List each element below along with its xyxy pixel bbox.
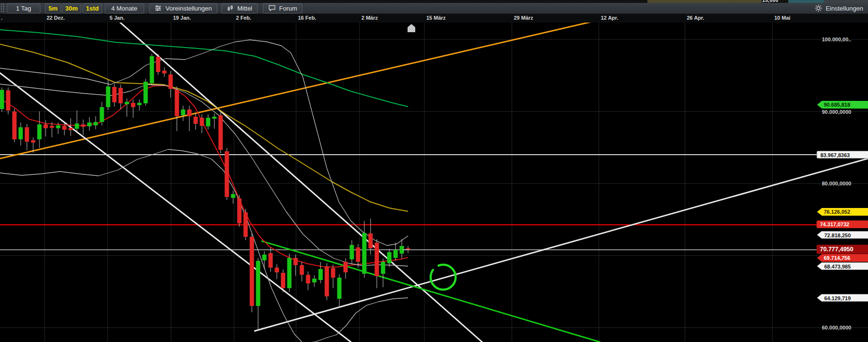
toolbar-drag-handle[interactable] (0, 3, 4, 13)
candle-up (212, 117, 217, 119)
timeframe-button-1std[interactable]: 1std (83, 3, 102, 13)
candle-down (169, 74, 173, 89)
candle-down (25, 127, 29, 142)
chart-canvas[interactable] (0, 0, 868, 342)
yellow-ma (0, 44, 408, 211)
candle-up (381, 262, 385, 274)
candle-down (250, 237, 254, 306)
candle-down (300, 265, 304, 275)
candle-down (62, 126, 67, 130)
candle-down (112, 87, 117, 102)
candle-down (131, 103, 136, 107)
candle-down (344, 262, 348, 272)
candle-down (44, 124, 48, 128)
candle-up (337, 278, 342, 299)
mittel-button[interactable]: Mittel (222, 3, 258, 13)
candle-down (119, 88, 123, 103)
date-label: 19 Jan. (173, 15, 191, 21)
forum-button[interactable]: Forum (263, 3, 303, 13)
candle-down (237, 198, 242, 223)
candle-down (331, 268, 335, 278)
date-label: 5 Jan. (110, 15, 124, 21)
white-channel-lower (119, 22, 482, 342)
date-label: 2 März (361, 15, 378, 21)
date-label: 16 Feb. (298, 15, 316, 21)
candle-down (194, 117, 198, 124)
candle-down (306, 275, 310, 283)
candle-down (81, 124, 86, 127)
candle-up (181, 110, 186, 115)
candle-down (200, 118, 204, 126)
candle-up (94, 122, 98, 125)
background-strip-segment (824, 0, 868, 3)
candle-down (162, 71, 167, 73)
timeframe-button-5m[interactable]: 5m (45, 3, 61, 13)
candle-up (262, 255, 267, 260)
candle-up (206, 118, 211, 126)
background-window-strip: 15,000 (0, 0, 868, 3)
candle-up (144, 82, 148, 103)
candle-up (150, 56, 154, 83)
candle-up (137, 103, 142, 105)
candle-up (0, 90, 4, 109)
candle-down (356, 247, 360, 262)
button-label: 1 Tag (16, 5, 31, 12)
voreinstellungen-button[interactable]: Voreinstellungen (149, 3, 217, 13)
speech-bubble-icon (268, 5, 276, 12)
candle-up (387, 252, 392, 263)
button-label: 30m (65, 5, 78, 12)
candle-up (287, 258, 292, 288)
timeframe-button-30m[interactable]: 30m (62, 3, 81, 13)
candle-up (100, 107, 104, 122)
background-strip-value: 15,000 (762, 0, 779, 3)
candle-up (125, 102, 129, 104)
trading-app-window: 15,000 1 Tag 5m 30m 1std 4 Monate Vorein… (0, 0, 868, 342)
candle-up (19, 127, 23, 139)
candle-up (312, 279, 317, 282)
date-label: 15 März (426, 15, 446, 21)
candle-down (375, 243, 379, 276)
timeframe-button-1tag[interactable]: 1 Tag (7, 3, 40, 13)
button-label: Forum (279, 5, 298, 12)
candle-up (256, 261, 260, 306)
date-label: . (1, 15, 2, 21)
annotation-circle (431, 265, 456, 290)
date-label: 29 März (514, 15, 533, 21)
candle-up (394, 250, 398, 258)
candle-down (31, 140, 36, 143)
plot-area (0, 22, 868, 342)
green-trendline (262, 241, 600, 342)
range-button-4monate[interactable]: 4 Monate (105, 3, 144, 13)
white-support-rising (255, 159, 868, 331)
candle-down (369, 233, 373, 248)
candle-down (269, 253, 273, 268)
candle-down (175, 90, 179, 116)
candle-down (244, 212, 248, 237)
candlestick-icon (227, 5, 234, 12)
date-label: 26 Apr. (687, 15, 704, 21)
background-strip-segment (647, 0, 762, 3)
candle-up (56, 125, 61, 128)
settings-button[interactable]: Einstellungen (815, 4, 863, 12)
candle-down (6, 90, 11, 110)
candle-down (325, 267, 329, 296)
button-label: Einstellungen (826, 5, 863, 12)
candle-series (0, 54, 410, 330)
gear-icon (815, 4, 822, 12)
candle-up (37, 124, 42, 139)
background-strip-segment (788, 0, 824, 3)
bollinger-lower (0, 149, 408, 342)
date-label: 2 Feb. (236, 15, 251, 21)
date-label: 12 Apr. (601, 15, 618, 21)
date-label: 22 Dez. (47, 15, 65, 21)
button-label: Voreinstellungen (166, 5, 212, 12)
date-axis[interactable]: .22 Dez.5 Jan.19 Jan.2 Feb.16 Feb.2 März… (0, 14, 868, 23)
candle-up (362, 233, 367, 274)
button-label: 4 Monate (111, 5, 137, 12)
button-label: 5m (49, 5, 58, 12)
candle-up (87, 122, 92, 126)
candle-up (319, 269, 323, 280)
candle-up (350, 245, 354, 259)
date-label: 10 Mai (774, 15, 791, 21)
candle-down (294, 258, 298, 265)
